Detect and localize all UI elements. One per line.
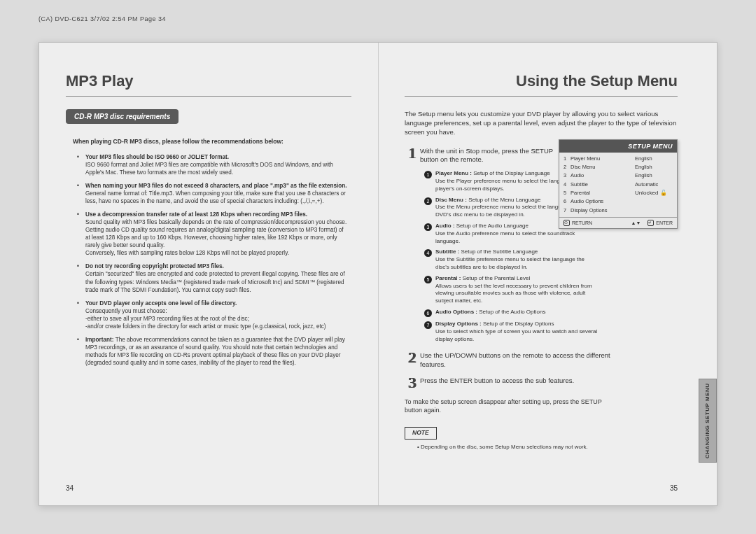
table-row: 1Player MenuEnglish xyxy=(559,155,677,163)
sidebar-tab: CHANGING SETUP MENU xyxy=(699,379,717,463)
note-label: NOTE xyxy=(405,427,437,439)
sub-item: 6Audio Options : Setup of the Audio Opti… xyxy=(424,309,599,317)
bullet-list: Your MP3 files should be ISO 9660 or JOL… xyxy=(80,153,347,367)
sub-item: 5Parental : Setup of the Parental Level … xyxy=(424,275,599,305)
page-spread: MP3 Play CD-R MP3 disc requirements When… xyxy=(38,42,718,506)
section-pill: CD-R MP3 disc requirements xyxy=(66,109,178,125)
lead-text: When playing CD-R MP3 discs, please foll… xyxy=(73,138,344,146)
list-item: Use a decompression transfer rate of at … xyxy=(80,211,347,257)
step-number: 2 xyxy=(405,350,420,370)
list-item: Do not try recording copyright protected… xyxy=(80,262,347,293)
setup-menu-footer: ⊙RETURN ▲▼ ↵ENTER xyxy=(559,217,677,228)
step-3: 3 Press the ENTER button to access the s… xyxy=(405,375,615,391)
right-title: Using the Setup Menu xyxy=(405,71,678,92)
table-row: 5ParentalUnlocked 🔓 xyxy=(559,189,677,198)
title-rule xyxy=(405,96,678,97)
setup-menu-header: SETUP MENU xyxy=(559,140,677,153)
list-item: When naming your MP3 files do not exceed… xyxy=(80,182,347,205)
right-page: Using the Setup Menu The Setup menu lets… xyxy=(378,43,717,505)
step-number: 1 xyxy=(405,146,420,165)
step-text: Use the UP/DOWN buttons on the remote to… xyxy=(420,350,615,370)
table-row: 6Audio Options xyxy=(559,197,677,206)
sub-item: 4Subtitle : Setup of the Subtitle Langua… xyxy=(424,248,599,271)
step-number: 3 xyxy=(405,375,420,391)
intro-text: The Setup menu lets you customize your D… xyxy=(405,109,678,137)
list-item: Your DVD player only accepts one level o… xyxy=(80,300,347,330)
list-item: Your MP3 files should be ISO 9660 or JOL… xyxy=(80,153,347,176)
step-2: 2 Use the UP/DOWN buttons on the remote … xyxy=(405,350,615,370)
step-text: With the unit in Stop mode, press the SE… xyxy=(420,146,571,165)
return-icon: ⊙ xyxy=(564,220,570,226)
left-title: MP3 Play xyxy=(66,71,351,92)
table-row: 7Display Options xyxy=(559,206,677,215)
step-1: 1 With the unit in Stop mode, press the … xyxy=(405,146,571,165)
table-row: 2Disc MenuEnglish xyxy=(559,163,677,171)
enter-icon: ↵ xyxy=(648,220,654,226)
table-row: 3AudioEnglish xyxy=(559,171,677,180)
page-number-left: 34 xyxy=(66,484,74,493)
step-text: Press the ENTER button to access the sub… xyxy=(420,375,615,391)
title-rule xyxy=(66,96,351,97)
left-page: MP3 Play CD-R MP3 disc requirements When… xyxy=(39,43,378,505)
updown-icon: ▲▼ xyxy=(631,220,641,226)
table-row: 4SubtitleAutomatic xyxy=(559,181,677,189)
print-header: (CA) DVD-C621 3/7/02 2:54 PM Page 34 xyxy=(38,15,166,22)
note-text: Depending on the disc, some Setup Menu s… xyxy=(417,444,615,451)
list-item: Important: The above recommendations can… xyxy=(80,336,347,367)
setup-menu-illustration: SETUP MENU 1Player MenuEnglish 2Disc Men… xyxy=(559,139,678,229)
sub-item: 7Display Options : Setup of the Display … xyxy=(424,321,599,343)
page-number-right: 35 xyxy=(670,484,678,493)
closing-text: To make the setup screen disappear after… xyxy=(405,398,615,414)
